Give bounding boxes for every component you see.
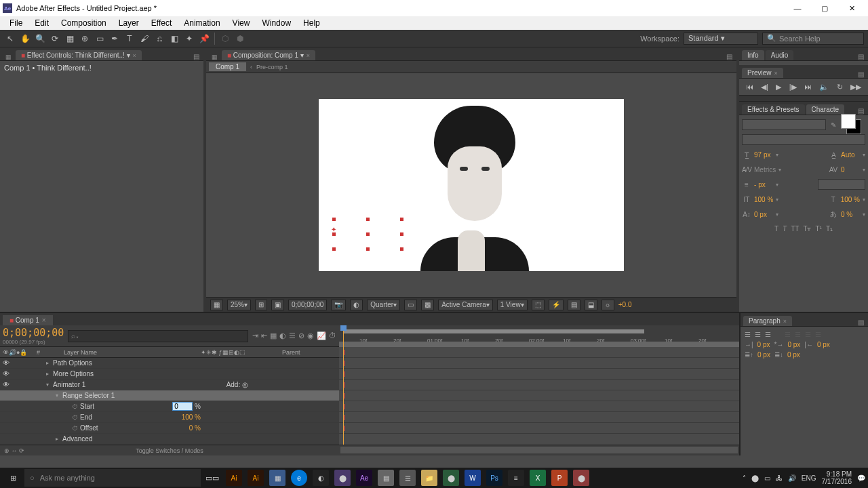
timeline-row[interactable]: ⏱Offset0 % — [0, 423, 339, 434]
justify-all-icon[interactable]: ☰ — [815, 331, 821, 338]
reset-exposure-icon[interactable]: ☼ — [601, 300, 614, 310]
channel-icon[interactable]: ◐ — [350, 300, 363, 310]
tab-composition[interactable]: ■ Composition: Comp 1 ▾× — [222, 50, 315, 60]
taskbar-app[interactable]: ▦ — [267, 469, 288, 487]
hand-tool-icon[interactable]: ✋ — [19, 33, 31, 45]
anchor-point-icon[interactable]: ✦ — [331, 226, 336, 233]
window-minimize-button[interactable]: — — [784, 1, 811, 16]
comp-breadcrumb-active[interactable]: Comp 1 — [209, 62, 246, 71]
menu-animation[interactable]: Animation — [178, 17, 225, 29]
magnification-dropdown[interactable]: 25% ▾ — [227, 300, 251, 310]
pixel-aspect-icon[interactable]: ⬚ — [532, 300, 545, 310]
camera-tool-icon[interactable]: ▦ — [64, 33, 76, 45]
hscale-value[interactable]: 100 % — [841, 196, 860, 203]
taskbar-word[interactable]: W — [462, 469, 483, 487]
panel-menu-icon[interactable]: ▤ — [856, 319, 865, 326]
taskbar-explorer[interactable]: 📁 — [419, 469, 439, 487]
taskbar-edge[interactable]: e — [289, 469, 309, 487]
space-after-value[interactable]: 0 px — [787, 351, 800, 359]
indent-first-value[interactable]: 0 px — [787, 341, 800, 348]
mask-toggle-icon[interactable]: ▣ — [271, 300, 284, 310]
tracking-value[interactable]: 0 — [841, 166, 860, 174]
panel-grip-icon[interactable]: ▦ — [3, 54, 14, 60]
close-icon[interactable]: × — [133, 52, 136, 59]
pan-behind-tool-icon[interactable]: ⊕ — [79, 33, 91, 45]
taskbar-app[interactable]: ≡ — [506, 469, 526, 487]
panel-menu-icon[interactable]: ▤ — [856, 53, 865, 60]
workspace-selector[interactable]: Standard ▾ — [684, 33, 758, 45]
timeline-ruler[interactable]: 10f20f01:00f10f20f02:00f10f20f03:00f10f2… — [339, 325, 739, 347]
stroke-width-value[interactable]: - px — [754, 181, 773, 188]
brush-tool-icon[interactable]: 🖌 — [138, 33, 151, 45]
grid-icon[interactable]: ▦ — [210, 300, 223, 310]
indent-right-value[interactable]: 0 px — [817, 341, 830, 348]
task-view-icon[interactable]: ▭▭ — [202, 469, 222, 487]
tsume-value[interactable]: 0 % — [841, 211, 860, 218]
faux-bold-icon[interactable]: T — [774, 225, 778, 232]
taskbar-app[interactable]: Ai — [245, 469, 266, 487]
composition-canvas[interactable]: ✦ — [319, 99, 624, 271]
last-frame-icon[interactable]: ⏭ — [804, 83, 812, 91]
kerning-value[interactable]: Metrics — [754, 166, 776, 174]
views-dropdown[interactable]: 1 View ▾ — [497, 300, 528, 310]
tab-preview[interactable]: Preview× — [742, 68, 783, 78]
window-close-button[interactable]: ✕ — [838, 1, 865, 16]
tl-frame-blend-icon[interactable]: ☰ — [289, 331, 296, 340]
tab-effects-presets[interactable]: Effects & Presets — [742, 104, 805, 115]
tray-notifications-icon[interactable]: 💬 — [857, 474, 865, 482]
first-frame-icon[interactable]: ⏮ — [746, 83, 753, 91]
close-icon[interactable]: × — [307, 52, 310, 59]
timeline-row[interactable]: ▸Advanced — [0, 434, 339, 445]
timeline-row[interactable]: ⏱End100 % — [0, 412, 339, 423]
current-time-display[interactable]: 0;00;00;00 — [288, 300, 327, 310]
taskbar-ppt[interactable]: P — [549, 469, 570, 487]
snap-opt-icon[interactable]: ⬢ — [234, 33, 246, 45]
safe-zones-icon[interactable]: ⊞ — [255, 300, 267, 310]
justify-right-icon[interactable]: ☰ — [805, 331, 811, 338]
transparency-grid-icon[interactable]: ▩ — [421, 300, 434, 310]
panel-menu-icon[interactable]: ▤ — [192, 53, 201, 60]
prev-frame-icon[interactable]: ◀| — [761, 83, 768, 92]
timeline-row[interactable]: ⏱Start % — [0, 401, 339, 412]
taskbar-app[interactable]: ◐ — [311, 469, 331, 487]
taskbar-app[interactable]: ☰ — [397, 469, 418, 487]
tray-network-icon[interactable]: 🖧 — [776, 474, 783, 482]
timeline-scrollbar[interactable] — [340, 447, 738, 453]
rotate-tool-icon[interactable]: ⟳ — [49, 33, 61, 45]
stroke-style-dropdown[interactable] — [818, 179, 865, 190]
tab-audio[interactable]: Audio — [766, 50, 794, 60]
pen-tool-icon[interactable]: ✒ — [108, 33, 121, 45]
font-family-dropdown[interactable] — [742, 119, 826, 130]
play-icon[interactable]: ▶ — [776, 83, 781, 92]
panel-menu-icon[interactable]: ▤ — [725, 53, 734, 60]
tray-volume-icon[interactable]: 🔊 — [788, 474, 796, 482]
justify-left-icon[interactable]: ☰ — [785, 331, 791, 338]
timeline-icon[interactable]: ▤ — [568, 300, 580, 310]
timeline-search-input[interactable]: ⌕▾ — [68, 330, 248, 342]
vscale-value[interactable]: 100 % — [754, 196, 773, 203]
timeline-row[interactable]: 👁▸Path Options — [0, 358, 339, 369]
camera-dropdown[interactable]: Active Camera ▾ — [438, 300, 493, 310]
baseline-value[interactable]: 0 px — [754, 211, 773, 218]
tab-paragraph[interactable]: Paragraph× — [743, 316, 792, 326]
window-maximize-button[interactable]: ▢ — [811, 1, 838, 16]
roto-tool-icon[interactable]: ✦ — [183, 33, 195, 45]
taskbar-app[interactable]: ▤ — [376, 469, 396, 487]
space-before-value[interactable]: 0 px — [757, 351, 770, 359]
next-frame-icon[interactable]: |▶ — [789, 83, 797, 92]
tray-lang[interactable]: ENG — [802, 474, 816, 482]
current-timecode[interactable]: 0;00;00;00 — [3, 327, 64, 339]
puppet-tool-icon[interactable]: 📌 — [198, 33, 210, 45]
menu-file[interactable]: File — [4, 17, 28, 29]
tl-shy2-icon[interactable]: ⇤ — [261, 331, 267, 340]
timeline-row[interactable]: 👁▸More Options — [0, 369, 339, 380]
font-style-dropdown[interactable] — [742, 134, 865, 145]
timeline-row[interactable]: 👁▾Animator 1Add: ◎ — [0, 380, 339, 390]
tab-effect-controls[interactable]: ■ Effect Controls: Think Different..! ▾× — [16, 50, 142, 60]
taskbar-app[interactable]: Ai — [224, 469, 244, 487]
timeline-tab-comp1[interactable]: ■ Comp 1× — [3, 315, 53, 325]
current-time-indicator[interactable] — [343, 325, 344, 455]
align-center-icon[interactable]: ☰ — [755, 331, 761, 338]
eraser-tool-icon[interactable]: ◧ — [168, 33, 180, 45]
loop-icon[interactable]: ↻ — [837, 83, 843, 92]
